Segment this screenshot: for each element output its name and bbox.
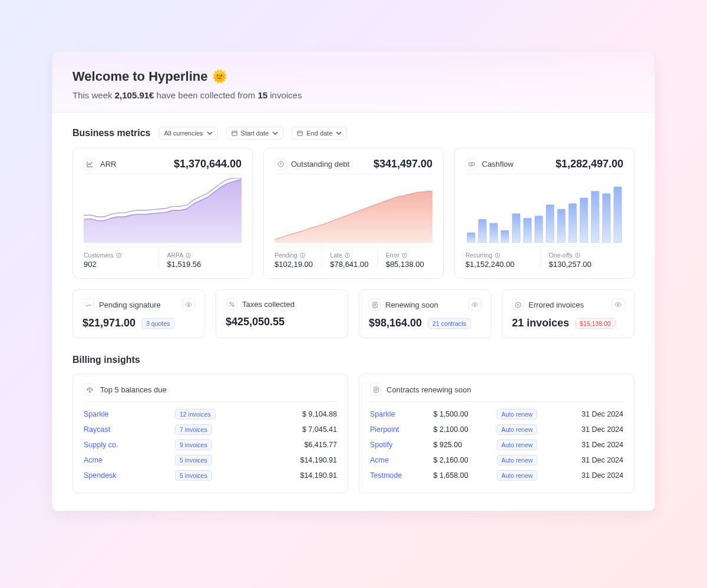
- auto-renew-chip[interactable]: Auto renew: [497, 455, 537, 465]
- arr-chart: [84, 178, 242, 243]
- cashflow-value: $1,282,497.00: [556, 158, 623, 170]
- customer-link[interactable]: Spendesk: [84, 471, 175, 480]
- customer-link[interactable]: Pierpoint: [370, 425, 434, 434]
- svg-point-32: [617, 304, 619, 306]
- svg-point-9: [471, 163, 473, 165]
- debt-chart: [275, 178, 432, 243]
- table-row: Raycast7 invoices$ 7,045.41: [84, 422, 337, 437]
- percent-icon: [226, 298, 237, 310]
- svg-rect-12: [490, 223, 497, 243]
- insights-title: Billing insights: [72, 355, 635, 365]
- arr-card: ARR $1,370,644.00 Customers902ARPA$1,519…: [72, 148, 253, 279]
- table-row: Spotify$ 925.00Auto renew31 Dec 2024: [370, 437, 623, 452]
- stat: One-offs$130,257.00: [540, 247, 624, 269]
- stat: Recurring$1,152,240.00: [465, 247, 540, 269]
- chevron-down-icon: [272, 130, 278, 136]
- info-icon: [575, 253, 580, 258]
- error-icon: [512, 299, 524, 310]
- dashboard-panel: Welcome to Hyperline 🌞 This week 2,105.9…: [52, 52, 655, 511]
- table-row: Testmode$ 1,658.00Auto renew31 Dec 2024: [370, 468, 623, 483]
- svg-point-30: [474, 304, 476, 306]
- table-row: Acme5 invoices$14,190.91: [84, 452, 337, 468]
- customer-link[interactable]: Sparkle: [370, 410, 434, 418]
- info-icon: [495, 253, 500, 258]
- stat: Pending$102,19.00: [275, 247, 321, 269]
- page-title: Welcome to Hyperline 🌞: [72, 69, 635, 84]
- svg-rect-0: [232, 131, 236, 136]
- svg-rect-14: [512, 214, 520, 243]
- svg-rect-18: [557, 209, 565, 243]
- svg-rect-11: [478, 219, 486, 243]
- contracts-chip[interactable]: 21 contracts: [428, 318, 471, 329]
- currency-filter[interactable]: All currencies: [159, 127, 218, 140]
- invoice-count-chip[interactable]: 5 invoices: [175, 470, 212, 481]
- svg-rect-19: [569, 204, 576, 243]
- contract-icon: [370, 384, 382, 395]
- cashflow-chart: [465, 178, 623, 243]
- line-chart-icon: [84, 158, 95, 170]
- outstanding-debt-card: Outstanding debt $341,497.00 Pending$102…: [263, 148, 444, 279]
- table-row: Sparkle$ 1,500.00Auto renew31 Dec 2024: [370, 407, 623, 422]
- cashflow-card: Cashflow $1,282,497.00 Recurring$1,152,2…: [454, 148, 635, 279]
- table-row: Spendesk5 invoices$14,190.91: [84, 468, 337, 483]
- svg-rect-17: [546, 204, 554, 243]
- quotes-chip[interactable]: 3 quotes: [141, 318, 174, 329]
- svg-rect-1: [298, 131, 302, 136]
- balances-due-card: Top 5 balances due Sparkle12 invoices$ 9…: [72, 374, 348, 493]
- info-icon: [300, 253, 305, 258]
- auto-renew-chip[interactable]: Auto renew: [497, 424, 537, 435]
- customer-link[interactable]: Testmode: [370, 471, 434, 480]
- invoice-count-chip[interactable]: 9 invoices: [175, 440, 212, 450]
- customer-link[interactable]: Sparkle: [84, 410, 175, 418]
- metrics-title: Business metrics: [72, 128, 151, 138]
- auto-renew-chip[interactable]: Auto renew: [497, 470, 537, 481]
- pending-signature-card: Pending signature $21,971.003 quotes: [72, 289, 205, 338]
- auto-renew-chip[interactable]: Auto renew: [497, 440, 537, 450]
- table-row: Acme$ 2,160.00Auto renew31 Dec 2024: [370, 452, 623, 468]
- calendar-icon: [232, 130, 237, 136]
- svg-rect-10: [467, 233, 475, 243]
- metrics-header: Business metrics All currencies Start da…: [72, 127, 635, 140]
- auto-renew-chip[interactable]: Auto renew: [497, 409, 537, 419]
- end-date-filter[interactable]: End date: [292, 127, 347, 140]
- customer-link[interactable]: Acme: [370, 456, 434, 464]
- start-date-filter[interactable]: Start date: [226, 127, 284, 140]
- svg-rect-13: [501, 230, 508, 243]
- info-icon: [345, 253, 350, 258]
- customer-link[interactable]: Supply co.: [84, 441, 175, 449]
- customer-link[interactable]: Raycast: [84, 425, 175, 434]
- stat: Customers902: [84, 247, 158, 269]
- chevron-down-icon: [336, 130, 342, 136]
- svg-point-27: [229, 302, 231, 303]
- view-button[interactable]: [468, 298, 481, 311]
- signature-icon: [82, 299, 94, 310]
- invoice-count-chip[interactable]: 7 invoices: [175, 424, 212, 435]
- invoice-count-chip[interactable]: 5 invoices: [175, 455, 212, 465]
- customer-link[interactable]: Acme: [84, 456, 175, 464]
- contract-icon: [369, 299, 381, 310]
- arr-value: $1,370,644.00: [174, 158, 242, 170]
- hero-summary: This week 2,105.91€ have been collected …: [72, 90, 635, 100]
- stat: Error$85,138.00: [377, 247, 432, 269]
- info-icon: [186, 253, 191, 258]
- calendar-icon: [297, 130, 303, 136]
- table-row: Sparkle12 invoices$ 9,104.88: [84, 407, 337, 422]
- invoice-count-chip[interactable]: 12 invoices: [175, 409, 216, 419]
- clock-icon: [275, 158, 286, 170]
- svg-rect-22: [603, 193, 610, 243]
- view-button[interactable]: [612, 298, 625, 311]
- balance-icon: [84, 384, 95, 395]
- info-icon: [116, 253, 121, 258]
- hero: Welcome to Hyperline 🌞 This week 2,105.9…: [52, 52, 655, 112]
- svg-rect-8: [468, 163, 474, 166]
- table-row: Supply co.9 invoices$6,415.77: [84, 437, 337, 452]
- svg-rect-20: [580, 198, 587, 243]
- error-amount-chip[interactable]: $15,138.00: [575, 318, 616, 329]
- view-button[interactable]: [182, 298, 195, 311]
- info-icon: [402, 253, 407, 258]
- renewing-soon-card: Renewing soon $98,164.0021 contracts: [359, 289, 491, 338]
- debt-value: $341,497.00: [374, 158, 432, 170]
- stat: Late$78,641.00: [321, 247, 376, 269]
- customer-link[interactable]: Spotify: [370, 441, 434, 449]
- cash-icon: [465, 158, 477, 170]
